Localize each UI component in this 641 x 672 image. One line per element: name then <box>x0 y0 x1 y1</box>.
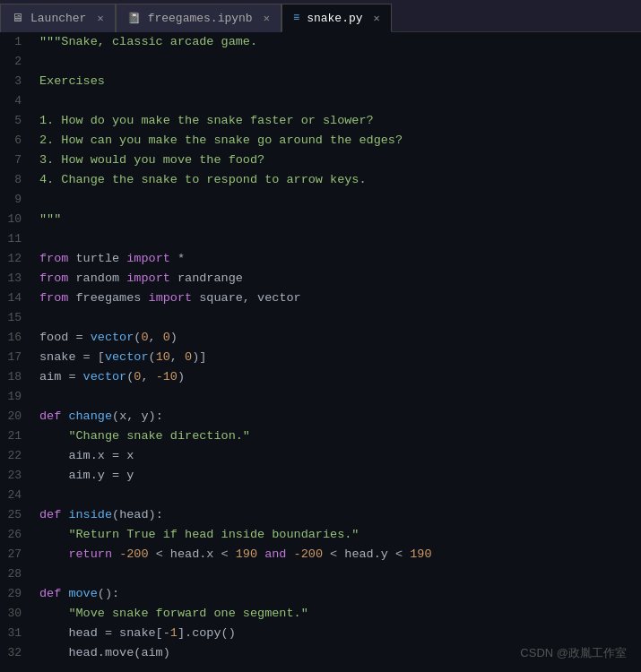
code-content-27: return -200 < head.x < 190 and -200 < he… <box>32 545 641 564</box>
line-num-21: 21 <box>0 426 32 446</box>
code-content-8: 4. Change the snake to respond to arrow … <box>32 170 641 190</box>
code-content-4 <box>32 91 641 111</box>
code-line-12: 12 from turtle import * <box>0 249 641 269</box>
code-line-14: 14 from freegames import square, vector <box>0 289 641 308</box>
code-line-18: 18 aim = vector(0, -10) <box>0 367 641 387</box>
code-line-19: 19 <box>0 387 641 407</box>
code-content-25: def inside(head): <box>32 505 641 525</box>
code-line-2: 2 <box>0 52 641 72</box>
code-line-31: 31 head = snake[-1].copy() <box>0 624 641 643</box>
code-content-13: from random import randrange <box>32 269 641 289</box>
code-content-10: """ <box>32 210 641 229</box>
code-line-5: 5 1. How do you make the snake faster or… <box>0 111 641 131</box>
code-line-23: 23 aim.y = y <box>0 466 641 486</box>
code-content-16: food = vector(0, 0) <box>32 328 641 348</box>
code-content-19 <box>32 387 641 407</box>
line-num-11: 11 <box>0 229 32 249</box>
line-num-7: 7 <box>0 151 32 170</box>
line-num-17: 17 <box>0 348 32 367</box>
code-line-27: 27 return -200 < head.x < 190 and -200 <… <box>0 545 641 564</box>
code-content-17: snake = [vector(10, 0)] <box>32 348 641 367</box>
tab-launcher-label: Launcher <box>30 12 86 25</box>
line-num-22: 22 <box>0 446 32 466</box>
line-num-31: 31 <box>0 624 32 643</box>
code-line-17: 17 snake = [vector(10, 0)] <box>0 348 641 367</box>
line-num-19: 19 <box>0 387 32 407</box>
tab-launcher-close[interactable]: ✕ <box>97 12 103 25</box>
line-num-16: 16 <box>0 328 32 348</box>
line-num-18: 18 <box>0 367 32 387</box>
code-content-15 <box>32 308 641 328</box>
code-editor[interactable]: 1 """Snake, classic arcade game. 2 3 Exe… <box>0 32 641 672</box>
code-content-29: def move(): <box>32 584 641 604</box>
code-line-21: 21 "Change snake direction." <box>0 426 641 446</box>
code-line-3: 3 Exercises <box>0 72 641 91</box>
code-content-2 <box>32 52 641 72</box>
line-num-25: 25 <box>0 505 32 525</box>
code-line-30: 30 "Move snake forward one segment." <box>0 604 641 624</box>
code-line-15: 15 <box>0 308 641 328</box>
line-num-28: 28 <box>0 564 32 584</box>
code-content-31: head = snake[-1].copy() <box>32 624 641 643</box>
tab-freegames[interactable]: 📓 freegames.ipynb ✕ <box>116 4 282 32</box>
code-content-6: 2. How can you make the snake go around … <box>32 131 641 151</box>
line-num-10: 10 <box>0 210 32 229</box>
code-line-1: 1 """Snake, classic arcade game. <box>0 32 641 52</box>
code-table: 1 """Snake, classic arcade game. 2 3 Exe… <box>0 32 641 663</box>
code-content-3: Exercises <box>32 72 641 91</box>
code-content-24 <box>32 486 641 505</box>
code-line-20: 20 def change(x, y): <box>0 407 641 426</box>
code-line-10: 10 """ <box>0 210 641 229</box>
line-num-26: 26 <box>0 525 32 545</box>
code-line-8: 8 4. Change the snake to respond to arro… <box>0 170 641 190</box>
code-content-12: from turtle import * <box>32 249 641 269</box>
code-line-24: 24 <box>0 486 641 505</box>
code-line-11: 11 <box>0 229 641 249</box>
tab-launcher[interactable]: 🖥 Launcher ✕ <box>0 4 116 32</box>
line-num-5: 5 <box>0 111 32 131</box>
code-line-6: 6 2. How can you make the snake go aroun… <box>0 131 641 151</box>
code-content-5: 1. How do you make the snake faster or s… <box>32 111 641 131</box>
tab-freegames-label: freegames.ipynb <box>148 12 253 25</box>
code-content-11 <box>32 229 641 249</box>
tab-snake-close[interactable]: ✕ <box>374 12 380 25</box>
code-content-30: "Move snake forward one segment." <box>32 604 641 624</box>
code-content-22: aim.x = x <box>32 446 641 466</box>
freegames-icon: 📓 <box>127 12 141 25</box>
line-num-27: 27 <box>0 545 32 564</box>
line-num-1: 1 <box>0 32 32 52</box>
code-content-26: "Return True if head inside boundaries." <box>32 525 641 545</box>
code-content-21: "Change snake direction." <box>32 426 641 446</box>
tab-snake-label: snake.py <box>307 12 362 25</box>
code-content-28 <box>32 564 641 584</box>
code-line-29: 29 def move(): <box>0 584 641 604</box>
line-num-8: 8 <box>0 170 32 190</box>
code-content-1: """Snake, classic arcade game. <box>32 32 641 52</box>
line-num-20: 20 <box>0 407 32 426</box>
code-content-14: from freegames import square, vector <box>32 289 641 308</box>
line-num-9: 9 <box>0 190 32 210</box>
line-num-24: 24 <box>0 486 32 505</box>
line-num-2: 2 <box>0 52 32 72</box>
code-line-22: 22 aim.x = x <box>0 446 641 466</box>
watermark-text: CSDN @政胤工作室 <box>520 645 627 661</box>
launcher-icon: 🖥 <box>12 12 23 25</box>
code-line-9: 9 <box>0 190 641 210</box>
line-num-12: 12 <box>0 249 32 269</box>
code-content-7: 3. How would you move the food? <box>32 151 641 170</box>
code-line-26: 26 "Return True if head inside boundarie… <box>0 525 641 545</box>
tab-freegames-close[interactable]: ✕ <box>264 12 270 25</box>
tab-snake[interactable]: ≡ snake.py ✕ <box>282 4 392 32</box>
code-line-4: 4 <box>0 91 641 111</box>
code-content-9 <box>32 190 641 210</box>
code-line-7: 7 3. How would you move the food? <box>0 151 641 170</box>
line-num-4: 4 <box>0 91 32 111</box>
tab-bar: 🖥 Launcher ✕ 📓 freegames.ipynb ✕ ≡ snake… <box>0 0 641 32</box>
line-num-32: 32 <box>0 643 32 663</box>
code-line-28: 28 <box>0 564 641 584</box>
code-line-16: 16 food = vector(0, 0) <box>0 328 641 348</box>
line-num-13: 13 <box>0 269 32 289</box>
code-content-18: aim = vector(0, -10) <box>32 367 641 387</box>
code-content-23: aim.y = y <box>32 466 641 486</box>
code-line-25: 25 def inside(head): <box>0 505 641 525</box>
